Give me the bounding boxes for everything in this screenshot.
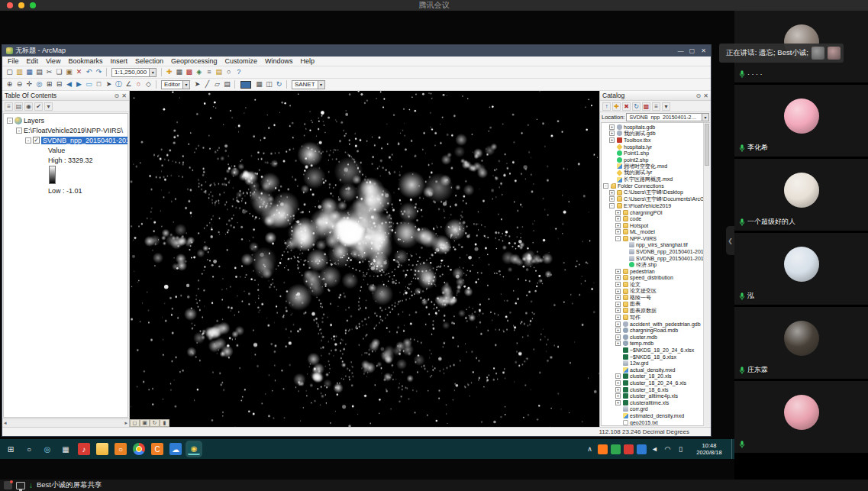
- scrollbar-thumb[interactable]: [705, 124, 709, 166]
- chevron-down-icon[interactable]: [182, 81, 189, 89]
- catalog-tree-item[interactable]: + cluster_18_6.xls: [602, 386, 702, 393]
- create-features-icon[interactable]: ▱: [212, 79, 222, 89]
- undo-icon[interactable]: ↶: [84, 67, 94, 77]
- netease-music-icon[interactable]: ♪: [78, 443, 90, 455]
- copy-icon[interactable]: ❏: [54, 67, 64, 77]
- menu-item[interactable]: Help: [297, 57, 319, 65]
- maximize-button[interactable]: ▢: [686, 47, 698, 54]
- catalog-panel-header[interactable]: Catalog ⊙ ✕: [600, 91, 711, 101]
- fixed-zoom-out-icon[interactable]: ⊟: [54, 79, 64, 89]
- catalog-tree-item[interactable]: + code: [602, 215, 702, 222]
- expander-ic on[interactable]: +: [615, 210, 621, 215]
- editor-menu[interactable]: Editor: [161, 80, 190, 89]
- catalog-tree-item[interactable]: + cluster_18_20.xls: [602, 373, 702, 380]
- catalog-tree-item[interactable]: + 我的测试.gdb: [602, 131, 702, 137]
- catalog-tree-item[interactable]: SVDNB_npp_20150401-20150430_7...: [602, 248, 702, 255]
- toc-tree-item[interactable]: Low : -1.01: [4, 186, 127, 195]
- expander-ic on[interactable]: +: [609, 131, 615, 136]
- expander-ic on[interactable]: +: [609, 124, 615, 130]
- catalog-tree-item[interactable]: + cluster_alltime4p.xls: [602, 392, 702, 399]
- catalog-tree-item[interactable]: Point1.shp: [602, 150, 702, 157]
- menu-item[interactable]: Customize: [221, 57, 262, 65]
- menu-item[interactable]: File: [4, 57, 23, 65]
- baidu-netdisk-icon[interactable]: ☁: [169, 443, 182, 455]
- python-window-icon[interactable]: ≡: [652, 102, 660, 111]
- topology-icon[interactable]: ◫: [264, 79, 274, 89]
- catalog-tree-item[interactable]: + 图表原数据: [602, 308, 702, 315]
- toc-tree-item[interactable]: - Layers: [4, 115, 127, 125]
- color-swatch[interactable]: [240, 81, 251, 89]
- previous-extent-icon[interactable]: ◀: [64, 79, 74, 89]
- arcmap-titlebar[interactable]: 无标题 - ArcMap — ▢ ✕: [2, 45, 711, 57]
- expander-icon[interactable]: -: [25, 137, 31, 144]
- catalog-tree-item[interactable]: + ML_model: [602, 229, 702, 236]
- expander-ic on[interactable]: +: [615, 289, 621, 294]
- list-by-visibility-icon[interactable]: ◉: [24, 102, 33, 111]
- start-button[interactable]: ⊞: [5, 443, 17, 455]
- list-by-source-icon[interactable]: ▤: [15, 102, 23, 111]
- redo-icon[interactable]: ↷: [94, 67, 104, 77]
- expander-ic on[interactable]: +: [615, 328, 621, 333]
- expander-ic on[interactable]: +: [615, 380, 621, 386]
- expander-ic on[interactable]: +: [615, 282, 621, 287]
- meeting-dock-icon[interactable]: [4, 481, 12, 489]
- expander-ic on[interactable]: +: [615, 269, 621, 274]
- sanet-menu[interactable]: SANET: [292, 80, 325, 89]
- list-by-drawing-order-icon[interactable]: ≡: [5, 102, 13, 111]
- battery-icon[interactable]: ▯: [676, 444, 686, 454]
- zoom-out-icon[interactable]: ⊖: [15, 79, 24, 89]
- search-icon[interactable]: ○: [23, 443, 35, 455]
- attributes-icon[interactable]: ▤: [222, 79, 232, 89]
- full-extent-icon[interactable]: ◎: [34, 79, 44, 89]
- refresh-icon[interactable]: ↻: [274, 79, 284, 89]
- cortana-icon[interactable]: ◎: [41, 443, 53, 455]
- pan-icon[interactable]: ✛: [24, 79, 34, 89]
- participant-tile[interactable]: 庄东霖: [734, 307, 868, 379]
- participant-tile[interactable]: 泓: [734, 233, 868, 305]
- catalog-tree-item[interactable]: + clusteralltime.xls: [602, 399, 702, 406]
- menu-item[interactable]: Bookmarks: [64, 57, 106, 65]
- catalog-tree-item[interactable]: + 论文提交区: [602, 288, 702, 295]
- toc-tree-item[interactable]: - ✓ SVDNB_npp_20150401-20150430: [4, 135, 127, 145]
- delete-icon[interactable]: ✕: [74, 67, 84, 77]
- scroll-right-arrow[interactable]: ▸: [124, 420, 127, 426]
- expander-ic on[interactable]: +: [615, 341, 621, 346]
- save-icon[interactable]: ▦: [24, 67, 34, 77]
- scroll-left-arrow[interactable]: ◂: [4, 420, 7, 426]
- catalog-tree-item[interactable]: npp_viirs_shanghai.tif: [602, 242, 702, 249]
- expander-ic on[interactable]: -: [603, 183, 608, 189]
- connect-folder-icon[interactable]: ✚: [612, 102, 621, 111]
- volume-icon[interactable]: ◄: [650, 444, 660, 454]
- launch-arctoolbox-icon[interactable]: ▩: [642, 102, 650, 111]
- catalog-tree-item[interactable]: + C:\Users\王宁峰\Documents\ArcGIS: [602, 196, 702, 203]
- participant-tile[interactable]: [734, 381, 868, 453]
- catalog-tree-item[interactable]: + chargningPOI: [602, 209, 702, 216]
- catalog-tree-item[interactable]: corr.grd: [602, 406, 702, 413]
- next-extent-icon[interactable]: ▶: [74, 79, 84, 89]
- expander-ic on[interactable]: -: [615, 236, 621, 241]
- participant-tile[interactable]: 一个超级好的人: [734, 159, 868, 231]
- up-one-level-icon[interactable]: ↑: [602, 102, 611, 111]
- expander-ic on[interactable]: -: [609, 203, 615, 208]
- catalog-tree-item[interactable]: - NPP-VIIRS: [602, 235, 702, 242]
- fullscreen-traffic-light[interactable]: [30, 2, 36, 8]
- toc-tree-item[interactable]: - E:\FloatVehicle2019\NPP-VIIRS\: [4, 125, 127, 135]
- toc-tree-item[interactable]: Value: [4, 145, 127, 155]
- find-icon[interactable]: ○: [134, 79, 144, 89]
- expander-ic on[interactable]: +: [615, 373, 621, 379]
- snapping-icon[interactable]: ▦: [254, 79, 264, 89]
- menu-item[interactable]: Edit: [23, 57, 43, 65]
- close-panel-icon[interactable]: ✕: [703, 92, 708, 99]
- participant-tile[interactable]: 李化希: [734, 85, 868, 157]
- close-panel-icon[interactable]: ✕: [121, 92, 127, 99]
- new-document-icon[interactable]: ▢: [5, 67, 15, 77]
- sogou-input-icon[interactable]: [598, 444, 608, 454]
- netease-tray-icon[interactable]: [624, 444, 634, 454]
- options-icon[interactable]: ▾: [662, 102, 670, 111]
- menu-item[interactable]: Windows: [261, 57, 297, 65]
- expander-ic on[interactable]: +: [615, 393, 621, 399]
- chrome-icon[interactable]: [133, 443, 145, 455]
- catalog-window-icon[interactable]: ▤: [214, 67, 224, 77]
- layer-checkbox[interactable]: ✓: [33, 137, 40, 144]
- catalog-tree-item[interactable]: 12w.grd: [602, 360, 702, 367]
